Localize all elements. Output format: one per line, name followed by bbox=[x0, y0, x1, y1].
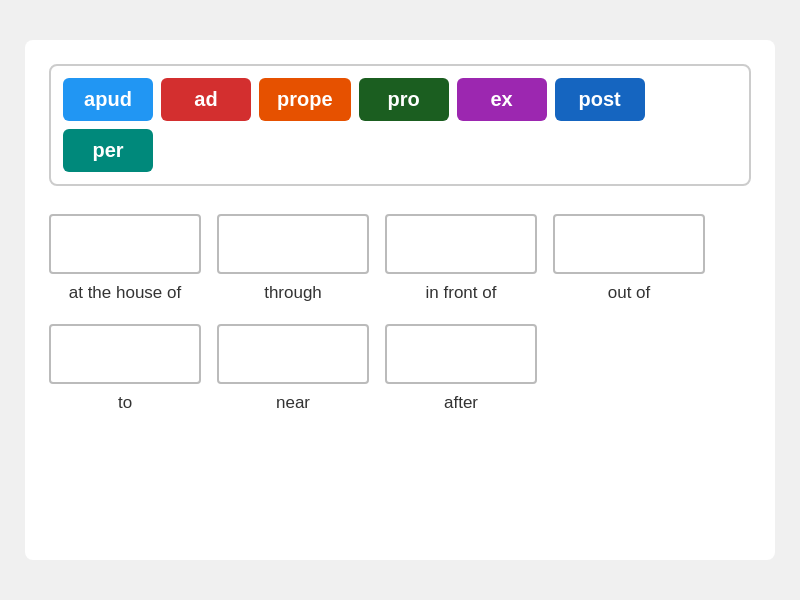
drop-item-drop-7: after bbox=[385, 324, 537, 414]
drop-item-drop-4: out of bbox=[553, 214, 705, 304]
drop-label-drop-7: after bbox=[444, 392, 478, 414]
drop-row-1: tonearafter bbox=[49, 324, 751, 414]
drop-box-drop-1[interactable] bbox=[49, 214, 201, 274]
drop-item-drop-6: near bbox=[217, 324, 369, 414]
word-bank: apudadpropeproexpostper bbox=[49, 64, 751, 186]
drop-row-0: at the house ofthroughin front ofout of bbox=[49, 214, 751, 304]
word-chip-ad[interactable]: ad bbox=[161, 78, 251, 121]
drop-label-drop-5: to bbox=[118, 392, 132, 414]
word-chip-pro[interactable]: pro bbox=[359, 78, 449, 121]
word-chip-post[interactable]: post bbox=[555, 78, 645, 121]
drop-item-drop-1: at the house of bbox=[49, 214, 201, 304]
drop-label-drop-3: in front of bbox=[426, 282, 497, 304]
drop-box-drop-3[interactable] bbox=[385, 214, 537, 274]
drop-label-drop-6: near bbox=[276, 392, 310, 414]
drop-item-drop-3: in front of bbox=[385, 214, 537, 304]
drop-item-drop-2: through bbox=[217, 214, 369, 304]
drop-box-drop-4[interactable] bbox=[553, 214, 705, 274]
drop-box-drop-5[interactable] bbox=[49, 324, 201, 384]
word-chip-per[interactable]: per bbox=[63, 129, 153, 172]
drop-item-drop-5: to bbox=[49, 324, 201, 414]
drop-box-drop-2[interactable] bbox=[217, 214, 369, 274]
drop-section: at the house ofthroughin front ofout oft… bbox=[49, 214, 751, 414]
main-container: apudadpropeproexpostper at the house oft… bbox=[25, 40, 775, 560]
drop-label-drop-4: out of bbox=[608, 282, 651, 304]
word-chip-apud[interactable]: apud bbox=[63, 78, 153, 121]
drop-label-drop-1: at the house of bbox=[69, 282, 181, 304]
word-chip-prope[interactable]: prope bbox=[259, 78, 351, 121]
drop-box-drop-7[interactable] bbox=[385, 324, 537, 384]
drop-label-drop-2: through bbox=[264, 282, 322, 304]
drop-box-drop-6[interactable] bbox=[217, 324, 369, 384]
word-chip-ex[interactable]: ex bbox=[457, 78, 547, 121]
